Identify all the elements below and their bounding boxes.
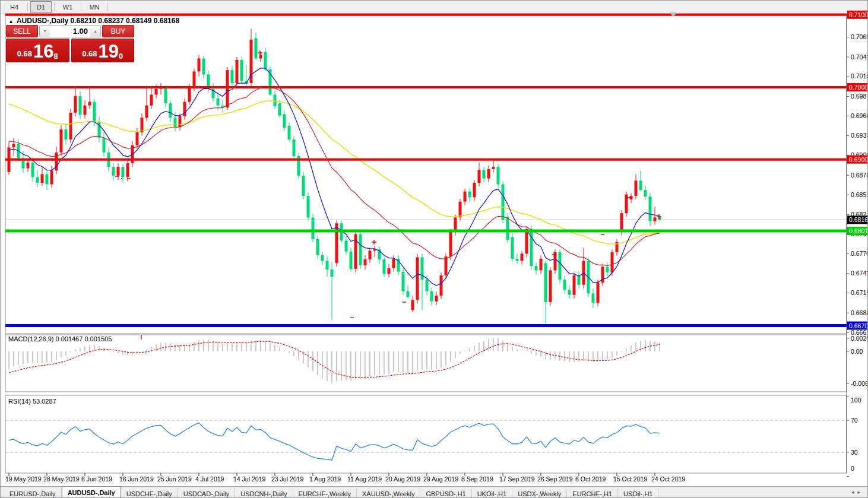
tab-ukoil-h1[interactable]: UKOil-,H1 — [472, 489, 513, 498]
svg-text:0.67155: 0.67155 — [851, 289, 868, 296]
tab-gbpusd-h1[interactable]: GBPUSD-,H1 — [420, 489, 471, 498]
svg-text:28 May 2019: 28 May 2019 — [43, 475, 80, 483]
volume-input[interactable] — [50, 26, 90, 37]
svg-text:0.00: 0.00 — [851, 348, 863, 355]
svg-text:0.67700: 0.67700 — [851, 250, 868, 257]
buy-price-pips: 19 — [99, 43, 119, 61]
svg-text:20 Aug 2019: 20 Aug 2019 — [385, 475, 420, 483]
svg-text:-0.006326: -0.006326 — [851, 380, 868, 387]
svg-text:0.68515: 0.68515 — [851, 191, 868, 198]
svg-text:0.69875: 0.69875 — [851, 93, 868, 100]
svg-text:0.70695: 0.70695 — [851, 33, 868, 40]
svg-text:100: 100 — [851, 397, 861, 404]
svg-text:16 Jun 2019: 16 Jun 2019 — [119, 475, 154, 483]
svg-text:0.69605: 0.69605 — [851, 112, 868, 119]
volume-stepper: ▾ ▴ — [39, 25, 101, 37]
sell-quote[interactable]: 0.68168 — [6, 39, 69, 62]
current-price-label: 0.68168 — [847, 215, 868, 224]
volume-decrease-icon[interactable]: ▾ — [40, 26, 50, 37]
svg-text:25 Jun 2019: 25 Jun 2019 — [157, 475, 192, 483]
sell-price-base: 0.68 — [17, 47, 32, 61]
svg-text:0.68015: 0.68015 — [849, 227, 868, 234]
svg-text:0.69330: 0.69330 — [851, 132, 868, 139]
date-axis: 19 May 201928 May 20196 Jun 201916 Jun 2… — [5, 473, 685, 483]
tab-audusd-daily[interactable]: AUDUSD-,Daily — [62, 486, 121, 498]
svg-text:29 Aug 2019: 29 Aug 2019 — [423, 475, 458, 483]
svg-text:30: 30 — [851, 449, 858, 456]
macd-pane — [5, 335, 847, 392]
sell-button[interactable]: SELL — [6, 25, 38, 37]
svg-text:6 Oct 2019: 6 Oct 2019 — [575, 475, 606, 483]
svg-text:8 Sep 2019: 8 Sep 2019 — [461, 475, 493, 483]
mt4-window: H4D1W1MN 0.709850.706950.704200.701500.6… — [0, 0, 868, 498]
svg-text:6 Jun 2019: 6 Jun 2019 — [81, 475, 112, 483]
svg-text:4 Jul 2019: 4 Jul 2019 — [195, 475, 224, 483]
tab-scroll-arrows: ◂▸ — [851, 489, 864, 495]
svg-text:0.68785: 0.68785 — [851, 172, 868, 179]
svg-text:17 Sep 2019: 17 Sep 2019 — [499, 475, 535, 483]
svg-text:19 May 2019: 19 May 2019 — [5, 475, 42, 483]
svg-text:0.66705: 0.66705 — [849, 322, 868, 329]
svg-text:15 Oct 2019: 15 Oct 2019 — [613, 475, 647, 483]
sell-price-pips: 16 — [33, 43, 53, 61]
price-chart-canvas[interactable]: 0.709850.706950.704200.701500.698750.696… — [1, 1, 868, 486]
tab-usdx-weekly[interactable]: USDX-,Weekly — [512, 489, 567, 498]
tab-usoil-h1[interactable]: USOil-,H1 — [618, 489, 659, 498]
svg-text:14 Jul 2019: 14 Jul 2019 — [233, 475, 265, 483]
tab-usdcad-daily[interactable]: USDCAD-,Daily — [178, 489, 236, 498]
symbol-tab-bar: EURUSD-,DailyAUDUSD-,DailyUSDCHF-,DailyU… — [1, 486, 868, 498]
buy-quote[interactable]: 0.68190 — [71, 39, 135, 62]
rsi-pane — [5, 395, 847, 473]
svg-text:0.66880: 0.66880 — [851, 309, 868, 316]
price-axis: 0.709850.706950.704200.701500.698750.696… — [847, 12, 868, 477]
rsi-indicator-label: RSI(14) 53.0287 — [8, 398, 56, 405]
buy-price-base: 0.68 — [82, 47, 97, 61]
tab-eurusd-daily[interactable]: EURUSD-,Daily — [4, 489, 62, 498]
svg-text:0.71005: 0.71005 — [849, 11, 868, 18]
svg-text:0.68168: 0.68168 — [849, 216, 868, 223]
one-click-trade-panel: SELL ▾ ▴ BUY 0.68168 0.68190 — [6, 25, 134, 62]
tab-usdchf-daily[interactable]: USDCHF-,Daily — [121, 489, 178, 498]
level-price-label: 0.66705 — [847, 322, 868, 330]
level-price-label: 0.69003 — [847, 156, 868, 164]
level-price-label: 0.68015 — [847, 227, 868, 235]
buy-button[interactable]: BUY — [102, 25, 134, 37]
svg-text:70: 70 — [851, 417, 858, 424]
svg-text:0.70150: 0.70150 — [851, 72, 868, 80]
level-price-label: 0.70002 — [847, 83, 868, 91]
volume-increase-icon[interactable]: ▴ — [90, 26, 100, 37]
svg-text:0.69003: 0.69003 — [849, 156, 868, 163]
svg-text:0.67425: 0.67425 — [851, 269, 868, 277]
svg-text:11 Aug 2019: 11 Aug 2019 — [347, 475, 382, 483]
buy-price-point: 0 — [119, 52, 123, 61]
svg-text:23 Jul 2019: 23 Jul 2019 — [271, 475, 303, 483]
tab-eurchf-weekly[interactable]: EURCHF-,Weekly — [293, 489, 357, 498]
sell-price-point: 8 — [54, 52, 58, 61]
svg-text:24 Oct 2019: 24 Oct 2019 — [651, 475, 685, 483]
tab-xauusd-weekly[interactable]: XAUUSD-,Weekly — [357, 489, 420, 498]
tab-scroll-left-icon[interactable]: ◂ — [851, 489, 858, 495]
svg-text:0.70420: 0.70420 — [851, 53, 868, 61]
tab-usdcnh-daily[interactable]: USDCNH-,Daily — [235, 489, 293, 498]
chart-title-text: AUDUSD-,Daily 0.68210 0.68237 0.68149 0.… — [17, 17, 179, 25]
level-price-label: 0.71005 — [847, 11, 868, 19]
svg-text:1 Aug 2019: 1 Aug 2019 — [309, 475, 341, 483]
svg-text:26 Sep 2019: 26 Sep 2019 — [537, 475, 573, 483]
tab-scroll-right-icon[interactable]: ▸ — [857, 489, 864, 495]
svg-text:0.70002: 0.70002 — [849, 84, 868, 91]
collapse-panel-icon[interactable]: ▲ — [8, 18, 14, 24]
tab-eurchf-h1[interactable]: EURCHF-,H1 — [567, 489, 618, 498]
chart-title: ▲AUDUSD-,Daily 0.68210 0.68237 0.68149 0… — [8, 17, 179, 25]
svg-text:0.002574: 0.002574 — [851, 335, 868, 342]
svg-text:0: 0 — [851, 465, 854, 472]
macd-indicator-label: MACD(12,26,9) 0.001467 0.001505 — [8, 335, 112, 342]
